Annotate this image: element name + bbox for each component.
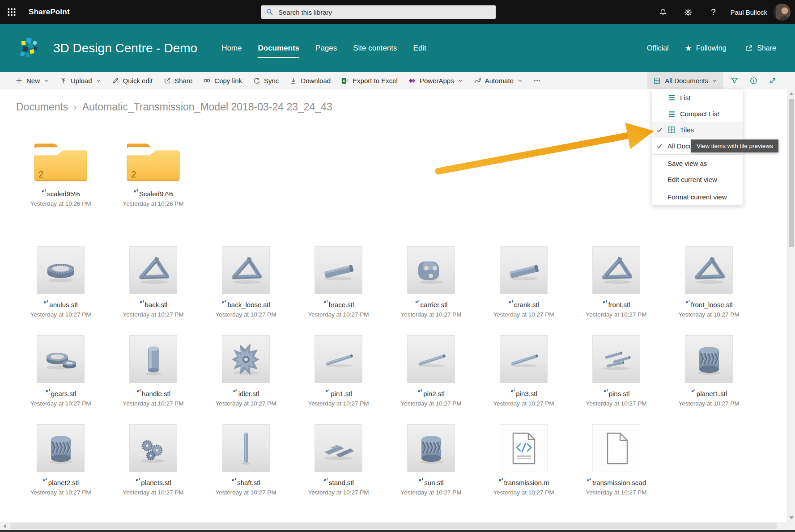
command-share[interactable]: Share <box>158 72 198 89</box>
file-name: brace.stl <box>329 301 354 308</box>
menu-label: List <box>680 94 690 101</box>
file-tile[interactable]: carrier.stl Yesterday at 10:27 PM <box>385 246 477 335</box>
command-more-options[interactable] <box>528 72 546 89</box>
breadcrumb: Documents › Automatic_Transmission_Model… <box>16 101 332 113</box>
model-preview <box>410 427 453 470</box>
file-tile[interactable]: anulus.stl Yesterday at 10:27 PM <box>14 246 107 335</box>
automate-icon <box>474 77 481 84</box>
fullscreen-button[interactable] <box>765 72 781 89</box>
command-copy-link[interactable]: Copy link <box>198 72 247 89</box>
menu-item-save-view-as[interactable]: Save view as <box>652 155 743 171</box>
share-site-button[interactable]: Share <box>742 44 779 53</box>
breadcrumb-documents[interactable]: Documents <box>16 101 68 113</box>
model-preview <box>410 338 453 381</box>
file-tile[interactable]: stand.stl Yesterday at 10:27 PM <box>292 424 385 513</box>
command-powerapps[interactable]: PowerApps <box>403 72 468 89</box>
chevron-down-icon <box>458 78 463 83</box>
model-preview <box>502 427 545 470</box>
file-tile[interactable]: pin3.stl Yesterday at 10:27 PM <box>477 335 570 424</box>
file-tile[interactable]: handle.stl Yesterday at 10:27 PM <box>107 335 200 424</box>
file-modified-date: Yesterday at 10:27 PM <box>586 400 646 407</box>
command-sync[interactable]: Sync <box>247 72 284 89</box>
file-tile[interactable]: pin2.stl Yesterday at 10:27 PM <box>385 335 477 424</box>
new-item-glimmer-icon <box>418 478 424 483</box>
file-tile[interactable]: crank.stl Yesterday at 10:27 PM <box>477 246 570 335</box>
following-button[interactable]: ★ Following <box>682 44 729 53</box>
notifications-button[interactable] <box>656 0 670 24</box>
file-tile[interactable]: transmission.m Yesterday at 10:27 PM <box>477 424 570 513</box>
file-tile[interactable]: pins.stl Yesterday at 10:27 PM <box>570 335 663 424</box>
nav-item-site-contents[interactable]: Site contents <box>353 41 397 55</box>
file-tile[interactable]: front_loose.stl Yesterday at 10:27 PM <box>663 246 755 335</box>
nav-item-edit[interactable]: Edit <box>413 41 426 55</box>
file-tile[interactable]: planet2.stl Yesterday at 10:27 PM <box>14 424 107 513</box>
settings-button[interactable] <box>681 0 695 24</box>
search-input[interactable] <box>261 5 496 19</box>
file-name: back_loose.stl <box>227 301 270 308</box>
file-thumbnail <box>37 246 85 294</box>
command-download[interactable]: Download <box>284 72 336 89</box>
file-tile[interactable]: gears.stl Yesterday at 10:27 PM <box>14 335 107 424</box>
file-tile[interactable]: transmission.scad Yesterday at 10:27 PM <box>570 424 663 513</box>
file-tile[interactable]: front.stl Yesterday at 10:27 PM <box>570 246 663 335</box>
model-preview <box>595 427 638 470</box>
scroll-up-arrow[interactable] <box>789 92 794 95</box>
help-button[interactable]: ? <box>706 0 720 24</box>
more-icon <box>533 77 541 84</box>
file-tile[interactable]: shaft.stl Yesterday at 10:27 PM <box>200 424 292 513</box>
app-launcher-button[interactable] <box>0 0 23 24</box>
menu-label: Edit current view <box>667 176 717 183</box>
command-export-to-excel[interactable]: Export to Excel <box>336 72 403 89</box>
command-automate[interactable]: Automate <box>468 72 528 89</box>
scroll-left-arrow[interactable] <box>3 524 6 528</box>
command-quick-edit[interactable]: Quick edit <box>106 72 158 89</box>
model-preview <box>502 338 545 381</box>
file-modified-date: Yesterday at 10:27 PM <box>400 489 461 496</box>
file-tile[interactable]: pin1.stl Yesterday at 10:27 PM <box>292 335 385 424</box>
file-tiles-grid: anulus.stl Yesterday at 10:27 PM back.st… <box>14 246 755 513</box>
file-modified-date: Yesterday at 10:27 PM <box>308 489 369 496</box>
command-upload[interactable]: Upload <box>54 72 106 89</box>
details-pane-button[interactable] <box>745 72 761 89</box>
nav-item-documents[interactable]: Documents <box>258 41 299 55</box>
view-selector-button[interactable]: All Documents <box>647 72 723 89</box>
file-tile[interactable]: brace.stl Yesterday at 10:27 PM <box>292 246 385 335</box>
horizontal-scrollbar[interactable] <box>0 522 787 530</box>
share-icon <box>745 44 753 52</box>
file-tile[interactable]: back_loose.stl Yesterday at 10:27 PM <box>200 246 292 335</box>
chevron-down-icon <box>96 78 101 83</box>
menu-item-tiles[interactable]: Tiles <box>652 122 743 138</box>
site-logo[interactable] <box>19 38 41 59</box>
vertical-scroll-thumb[interactable] <box>789 99 794 247</box>
site-header: 3D Design Centre - Demo Home Documents P… <box>0 24 795 72</box>
model-preview <box>317 338 360 381</box>
menu-item-list[interactable]: List <box>652 89 743 106</box>
filter-button[interactable] <box>726 72 742 89</box>
folder-icon: 2 <box>32 142 89 183</box>
nav-item-pages[interactable]: Pages <box>315 41 337 55</box>
folder-tile[interactable]: 2 scaled95% Yesterday at 10:26 PM <box>14 139 107 207</box>
menu-item-edit-current-view[interactable]: Edit current view <box>652 171 743 187</box>
vertical-scrollbar[interactable] <box>787 89 795 522</box>
scroll-down-arrow[interactable] <box>789 516 794 519</box>
menu-item-compact-list[interactable]: Compact List <box>652 106 743 122</box>
search-box[interactable] <box>261 5 496 19</box>
file-tile[interactable]: idler.stl Yesterday at 10:27 PM <box>200 335 292 424</box>
file-tile[interactable]: planet1.stl Yesterday at 10:27 PM <box>663 335 755 424</box>
file-tile[interactable]: sun.stl Yesterday at 10:27 PM <box>385 424 477 513</box>
file-name: idler.stl <box>238 390 259 397</box>
nav-item-home[interactable]: Home <box>221 41 242 55</box>
download-icon <box>289 77 297 84</box>
model-preview <box>502 249 545 292</box>
user-avatar[interactable] <box>774 4 791 21</box>
upload-icon <box>60 77 67 84</box>
command-new[interactable]: New <box>10 72 54 89</box>
horizontal-scroll-thumb[interactable] <box>10 523 777 529</box>
file-name: front_loose.stl <box>691 301 732 308</box>
file-tile[interactable]: back.stl Yesterday at 10:27 PM <box>107 246 200 335</box>
menu-item-format-current-view[interactable]: Format current view <box>652 189 743 205</box>
file-tile[interactable]: planets.stl Yesterday at 10:27 PM <box>107 424 200 513</box>
folder-tile[interactable]: 2 Scaled97% Yesterday at 10:26 PM <box>107 139 200 207</box>
new-item-glimmer-icon <box>135 478 140 483</box>
pencil-icon <box>112 77 119 84</box>
